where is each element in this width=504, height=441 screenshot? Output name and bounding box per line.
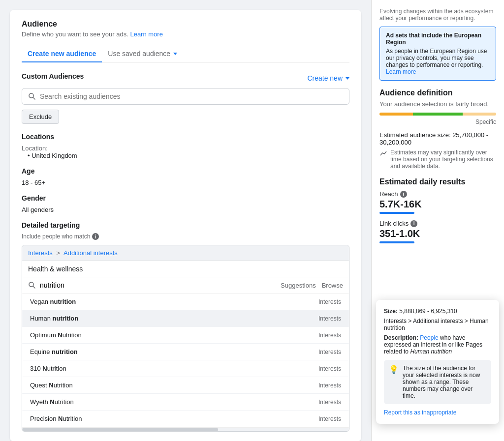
chart-icon <box>379 149 387 157</box>
detailed-targeting-label: Detailed targeting <box>22 221 349 229</box>
suggestions-label[interactable]: Suggestions <box>281 282 316 289</box>
breadcrumb-bar: Interests > Additional interests <box>22 245 349 261</box>
daily-results-title: Estimated daily results <box>379 177 496 186</box>
report-inappropriate-link[interactable]: Report this as inappropriate <box>384 409 491 416</box>
tooltip-description: Description: People who have expressed a… <box>384 334 491 355</box>
tabs-container: Create new audience Use saved audience <box>22 46 349 62</box>
search-icon <box>28 92 36 100</box>
banner-learn-more-link[interactable]: Learn more <box>386 68 416 75</box>
detailed-targeting-subtitle: Include people who match i <box>22 233 349 240</box>
learn-more-link[interactable]: Learn more <box>130 30 162 38</box>
audience-def-title: Audience definition <box>379 88 496 97</box>
location-value: United Kingdom <box>22 152 349 159</box>
reach-label: Reach i <box>379 190 496 198</box>
list-item[interactable]: Equine nutrition Interests <box>22 344 349 360</box>
breadcrumb-additional-interests-link[interactable]: Additional interests <box>63 249 118 257</box>
targeting-box: Interests > Additional interests Health … <box>22 245 349 432</box>
location-field-label: Location: <box>22 145 349 152</box>
audience-broad-text: Your audience selection is fairly broad. <box>379 100 496 108</box>
est-note-text: Estimates may vary significantly over ti… <box>390 149 496 170</box>
svg-line-1 <box>33 97 35 99</box>
age-value: 18 - 65+ <box>22 179 349 186</box>
locations-label: Locations <box>22 133 349 141</box>
custom-audiences-row: Custom Audiences Create new <box>22 72 349 84</box>
list-item[interactable]: Optimum Nutrition Interests <box>22 327 349 344</box>
scrollbar-thumb <box>22 428 218 432</box>
age-label: Age <box>22 167 349 175</box>
audience-spectrum-bar <box>379 113 496 116</box>
page-subtitle: Define who you want to see your ads. Lea… <box>22 30 349 38</box>
link-clicks-bar <box>379 241 414 243</box>
spectrum-yellow <box>463 113 496 116</box>
reach-bar <box>379 212 414 214</box>
breadcrumb-interests-link[interactable]: Interests <box>28 249 53 257</box>
tab-create-new[interactable]: Create new audience <box>22 46 102 62</box>
list-item[interactable]: Precision Nutrition Interests <box>22 411 349 427</box>
exclude-button[interactable]: Exclude <box>22 110 59 124</box>
reach-info-icon[interactable]: i <box>400 191 407 198</box>
list-item[interactable]: Quest Nutrition Interests <box>22 377 349 394</box>
chevron-down-icon <box>173 53 177 55</box>
search-icon <box>28 281 36 289</box>
estimated-size-text: Estimated audience size: 25,700,000 - 30… <box>379 131 496 146</box>
link-clicks-info-icon[interactable]: i <box>410 220 417 227</box>
detailed-targeting-section: Detailed targeting Include people who ma… <box>22 221 349 432</box>
chevron-down-icon <box>346 77 349 80</box>
european-region-banner: Ad sets that include the European Region… <box>379 27 496 81</box>
locations-section: Locations Location: United Kingdom <box>22 133 349 159</box>
tab-use-saved[interactable]: Use saved audience <box>102 46 183 62</box>
banner-text: As people in the European Region use our… <box>386 48 490 68</box>
spectrum-red <box>379 113 413 116</box>
est-note: Estimates may vary significantly over ti… <box>379 149 496 170</box>
tooltip-lightbulb-box: 💡 The size of the audience for your sele… <box>384 360 491 404</box>
overflow-text: Evolving changes within the ads ecosyste… <box>379 8 496 22</box>
custom-audiences-label: Custom Audiences <box>22 72 84 80</box>
gender-value: All genders <box>22 206 349 213</box>
custom-audiences-search-box <box>22 88 349 105</box>
create-new-button[interactable]: Create new <box>307 74 349 82</box>
suggestions-browse: Suggestions Browse <box>281 282 343 289</box>
svg-line-3 <box>33 286 35 288</box>
tooltip-interests-path: Interests > Additional interests > Human… <box>384 318 491 331</box>
list-item[interactable]: Human nutrition Interests <box>22 310 349 327</box>
tooltip-popup: Size: 5,888,869 - 6,925,310 Interests > … <box>376 300 499 424</box>
dropdown-list: Vegan nutrition Interests Human nutritio… <box>22 294 349 427</box>
health-wellness-tag: Health & wellness <box>22 261 349 277</box>
lightbulb-icon: 💡 <box>389 365 399 399</box>
info-icon[interactable]: i <box>92 233 99 240</box>
search-dropdown-bar: nutrition Suggestions Browse <box>22 277 349 294</box>
search-existing-audiences-input[interactable] <box>40 92 343 100</box>
list-item[interactable]: Vegan nutrition Interests <box>22 294 349 310</box>
reach-value: 5.7K-16K <box>379 199 496 210</box>
page-title: Audience <box>22 20 349 29</box>
spectrum-green <box>413 113 463 116</box>
browse-label[interactable]: Browse <box>322 282 343 289</box>
nutrition-search-input[interactable]: nutrition <box>40 281 277 289</box>
scrollbar-track[interactable] <box>22 427 349 431</box>
list-item[interactable]: 310 Nutrition Interests <box>22 360 349 377</box>
tooltip-note: The size of the audience for your select… <box>403 365 486 399</box>
link-clicks-label: Link clicks i <box>379 220 496 227</box>
spectrum-specific-label: Specific <box>379 118 496 125</box>
gender-label: Gender <box>22 194 349 202</box>
age-section: Age 18 - 65+ <box>22 167 349 186</box>
link-clicks-value: 351-1.0K <box>379 228 496 239</box>
breadcrumb-separator: > <box>56 249 60 257</box>
gender-section: Gender All genders <box>22 194 349 213</box>
tooltip-size: Size: 5,888,869 - 6,925,310 <box>384 308 491 315</box>
banner-title: Ad sets that include the European Region <box>386 32 490 46</box>
list-item[interactable]: Wyeth Nutrition Interests <box>22 394 349 411</box>
